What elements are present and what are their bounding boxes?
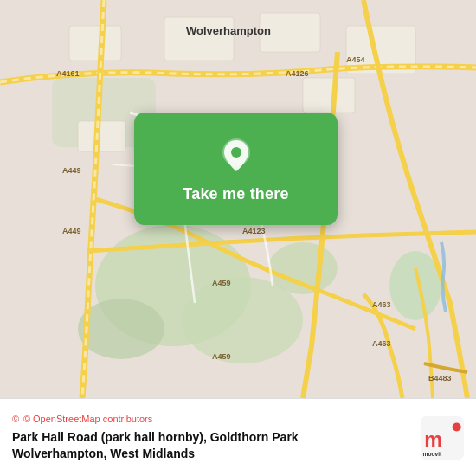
moovit-logo: m moovit — [421, 416, 464, 460]
moovit-icon: m moovit — [421, 416, 464, 460]
action-card[interactable]: Take me there — [134, 113, 338, 225]
svg-text:A449: A449 — [62, 166, 81, 175]
svg-rect-11 — [303, 78, 355, 113]
copyright-symbol: © — [12, 414, 19, 424]
svg-text:B4483: B4483 — [428, 374, 452, 383]
svg-text:moovit: moovit — [423, 450, 443, 456]
info-text-block: © © OpenStreetMap contributors Park Hall… — [12, 414, 412, 460]
svg-text:A463: A463 — [372, 300, 391, 309]
map-container: A454 A4161 A4126 A449 A449 A4039 A4039 A… — [0, 0, 476, 398]
location-pin-icon — [215, 135, 257, 177]
svg-text:A4161: A4161 — [56, 69, 80, 78]
location-subtitle: Wolverhampton, West Midlands — [12, 447, 195, 460]
svg-rect-8 — [69, 26, 121, 61]
info-bar: © © OpenStreetMap contributors Park Hall… — [0, 398, 476, 476]
svg-text:A449: A449 — [62, 227, 81, 235]
svg-text:A463: A463 — [372, 339, 391, 348]
svg-point-28 — [231, 147, 241, 158]
svg-rect-12 — [78, 121, 125, 151]
svg-text:m: m — [424, 428, 442, 451]
svg-text:A454: A454 — [346, 55, 365, 64]
svg-text:A459: A459 — [212, 279, 231, 287]
svg-point-3 — [78, 299, 164, 359]
svg-text:Wolverhampton: Wolverhampton — [186, 24, 271, 37]
osm-credit: © © OpenStreetMap contributors — [12, 414, 412, 424]
svg-text:A4126: A4126 — [286, 69, 309, 78]
svg-point-31 — [453, 422, 461, 431]
location-title: Park Hall Road (park hall hornby), Goldt… — [12, 429, 412, 460]
osm-credit-text: © OpenStreetMap contributors — [23, 414, 152, 424]
svg-text:A459: A459 — [212, 352, 231, 361]
take-me-there-label: Take me there — [183, 185, 288, 203]
location-name: Park Hall Road (park hall hornby), Goldt… — [12, 430, 299, 444]
svg-text:A4123: A4123 — [242, 227, 266, 235]
